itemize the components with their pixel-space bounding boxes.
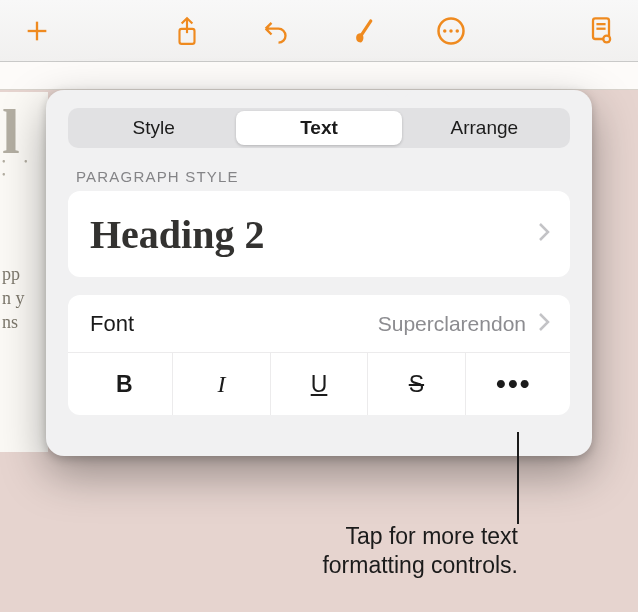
- text-style-row: B I U S •••: [68, 353, 570, 415]
- top-toolbar: [0, 0, 638, 62]
- more-button[interactable]: [432, 12, 470, 50]
- svg-point-5: [443, 29, 447, 33]
- doc-frag-lines: pp n y ns: [2, 262, 46, 335]
- brush-icon: [349, 15, 377, 47]
- font-value: Superclarendon: [378, 312, 526, 336]
- paragraph-style-value: Heading 2: [90, 211, 264, 258]
- callout-line2: formatting controls.: [322, 552, 518, 578]
- root: { "toolbar": { "add_icon": "plus-icon", …: [0, 0, 638, 612]
- font-row[interactable]: Font Superclarendon: [68, 295, 570, 353]
- italic-button[interactable]: I: [173, 353, 270, 415]
- underline-button[interactable]: U: [271, 353, 368, 415]
- paragraph-style-row[interactable]: Heading 2: [68, 191, 570, 277]
- tab-style[interactable]: Style: [71, 111, 236, 145]
- chevron-right-icon: [538, 222, 550, 246]
- doc-frag-line: pp: [2, 262, 46, 286]
- plus-icon: [23, 17, 51, 45]
- doc-frag-glyph: l: [2, 110, 46, 155]
- more-text-options-button[interactable]: •••: [466, 353, 562, 415]
- share-icon: [174, 16, 200, 46]
- paragraph-style-card: Heading 2: [68, 191, 570, 277]
- callout-line1: Tap for more text: [345, 523, 518, 549]
- toolbar-left: [18, 12, 56, 50]
- undo-icon: [261, 17, 289, 45]
- format-popover: Style Text Arrange PARAGRAPH STYLE Headi…: [46, 90, 592, 456]
- bold-button[interactable]: B: [76, 353, 173, 415]
- document-view-icon: [587, 15, 615, 47]
- share-button[interactable]: [168, 12, 206, 50]
- strikethrough-button[interactable]: S: [368, 353, 465, 415]
- tab-arrange[interactable]: Arrange: [402, 111, 567, 145]
- chevron-right-icon: [538, 312, 550, 336]
- svg-point-12: [604, 36, 609, 41]
- toolbar-center: [168, 12, 470, 50]
- font-label: Font: [90, 311, 134, 337]
- doc-frag-line: ns: [2, 310, 46, 334]
- document-view-button[interactable]: [582, 12, 620, 50]
- paragraph-style-label: PARAGRAPH STYLE: [76, 168, 564, 185]
- ruler: [0, 62, 638, 90]
- undo-button[interactable]: [256, 12, 294, 50]
- svg-point-7: [456, 29, 460, 33]
- more-circle-icon: [436, 16, 466, 46]
- tab-text[interactable]: Text: [236, 111, 401, 145]
- strike-glyph: S: [409, 371, 424, 398]
- doc-frag-line: n y: [2, 286, 46, 310]
- toolbar-right: [582, 12, 620, 50]
- callout-text: Tap for more text formatting controls.: [220, 522, 518, 580]
- italic-glyph: I: [218, 371, 226, 398]
- bold-glyph: B: [116, 371, 133, 398]
- svg-point-6: [449, 29, 453, 33]
- format-segmented-control: Style Text Arrange: [68, 108, 570, 148]
- document-text-fragment: l • • • pp n y ns: [0, 92, 48, 452]
- underline-glyph: U: [311, 371, 328, 398]
- font-card: Font Superclarendon B I U S •••: [68, 295, 570, 415]
- callout-leader-line: [517, 432, 519, 524]
- add-button[interactable]: [18, 12, 56, 50]
- doc-frag-dots: • • •: [2, 155, 46, 182]
- format-button[interactable]: [344, 12, 382, 50]
